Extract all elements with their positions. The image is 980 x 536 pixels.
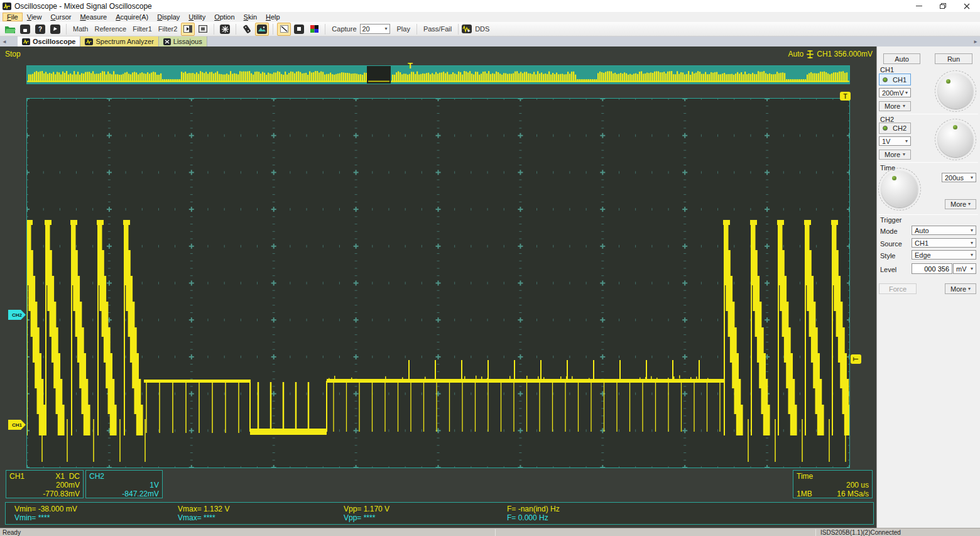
menu-acquire[interactable]: Acquire(A) — [111, 13, 153, 21]
app-icon — [3, 3, 11, 10]
menu-cursor[interactable]: Cursor — [46, 13, 75, 21]
capture-select[interactable]: 20▾ — [360, 24, 390, 34]
time-info-box: Time 200 us 1MB16 MSa/s — [793, 470, 873, 498]
ch2-scale-select[interactable]: 1V▾ — [879, 136, 911, 146]
menu-display[interactable]: Display — [153, 13, 184, 21]
scope-tab-icon — [85, 38, 93, 45]
nested-square-icon — [199, 25, 207, 33]
ch1-group-label: CH1 — [880, 66, 894, 74]
capture-label: Capture — [329, 25, 359, 33]
trigger-more-button[interactable]: More▾ — [945, 283, 976, 294]
ch1-more-button[interactable]: More▾ — [879, 101, 911, 111]
rgb-icon — [310, 25, 318, 33]
menu-file[interactable]: File — [3, 13, 23, 21]
trigger-mode-label: Mode — [880, 227, 898, 235]
menu-view[interactable]: View — [23, 13, 46, 21]
close-button[interactable] — [955, 0, 979, 12]
trigger-style-select[interactable]: Edge▾ — [912, 250, 976, 260]
trigger-level-unit-select[interactable]: mV▾ — [953, 263, 976, 274]
open-file-button[interactable] — [3, 23, 17, 36]
save-button[interactable] — [18, 23, 32, 36]
menu-utility[interactable]: Utility — [184, 13, 210, 21]
tab-scroll-right-icon[interactable]: ► — [971, 36, 980, 46]
ch1-enable-toggle[interactable]: CH1 — [879, 74, 911, 85]
tab-lissajous[interactable]: Lissajous — [159, 36, 207, 46]
tab-scroll-left-icon[interactable]: ◄ — [0, 36, 9, 46]
toolbar-filter2[interactable]: Filter2 — [155, 25, 181, 33]
toolbar-reference[interactable]: Reference — [91, 25, 129, 33]
dds-button[interactable]: DDS — [462, 25, 493, 33]
app-window: Oscilloscope - Mixed Signal Oscilloscope… — [0, 0, 980, 536]
fullscreen-button[interactable] — [196, 23, 210, 36]
ch2-enable-toggle[interactable]: CH2 — [879, 123, 911, 134]
scope-area: Stop Auto CH1 356.000mV T CH2 CH1 T T CH… — [0, 46, 876, 528]
trigger-level-label: Level — [880, 266, 896, 273]
trigger-style-label: Style — [880, 252, 895, 260]
auto-button[interactable]: Auto — [883, 53, 920, 64]
overview-canvas — [27, 66, 849, 84]
tab-bar: ◄ Oscilloscope Spectrum Analyzer Lissajo… — [0, 36, 980, 46]
trigger-position-marker[interactable]: T — [408, 62, 413, 70]
menu-help[interactable]: Help — [261, 13, 285, 21]
menu-bar: File View Cursor Measure Acquire(A) Disp… — [0, 12, 980, 22]
panel-toggle-button[interactable] — [181, 23, 195, 36]
play-button[interactable]: Play — [394, 25, 413, 33]
panel-toggle-icon — [183, 25, 192, 33]
ch1-position-knob[interactable] — [938, 74, 973, 109]
trigger-level-icon — [807, 50, 814, 58]
toolbar-math[interactable]: Math — [70, 25, 91, 33]
time-knob[interactable] — [881, 171, 918, 207]
toolbar-filter1[interactable]: Filter1 — [129, 25, 155, 33]
ch2-vmin: Vmin= **** — [14, 513, 50, 522]
trigger-mode-select[interactable]: Auto▾ — [912, 226, 976, 235]
minimize-button[interactable] — [907, 0, 931, 12]
ch2-led-icon — [883, 126, 888, 131]
waveform-overview-strip[interactable] — [26, 65, 850, 84]
device-icon — [242, 25, 252, 34]
line-draw-button[interactable] — [277, 23, 291, 36]
line-icon — [280, 25, 288, 33]
status-ready: Ready — [3, 529, 21, 536]
trigger-source-select[interactable]: CH1▾ — [912, 238, 976, 248]
ch1-vmin: Vmin= -38.000 mV — [14, 505, 77, 513]
ch1-position-marker[interactable]: CH1 — [8, 420, 26, 430]
status-bar: Ready ISDS205B(1.1)(2)Connected — [0, 528, 980, 536]
tool-button[interactable] — [48, 23, 62, 36]
title-bar: Oscilloscope - Mixed Signal Oscilloscope — [0, 0, 980, 12]
ch2-more-button[interactable]: More▾ — [879, 150, 911, 160]
menu-skin[interactable]: Skin — [239, 13, 261, 21]
color-button[interactable] — [307, 23, 321, 36]
screenshot-button[interactable] — [255, 23, 269, 36]
stop-draw-button[interactable] — [292, 23, 306, 36]
run-button[interactable]: Run — [935, 53, 972, 64]
trigger-level-input[interactable] — [912, 263, 952, 274]
window-title: Oscilloscope - Mixed Signal Oscilloscope — [14, 2, 152, 11]
restore-button[interactable] — [931, 0, 955, 12]
ch1-info-box: CH1X1 DC 200mV -770.83mV — [6, 470, 84, 498]
measurement-bar: Vmin= -38.000 mV Vmax= 1.132 V Vpp= 1.17… — [5, 502, 874, 525]
dds-icon — [462, 25, 472, 33]
menu-measure[interactable]: Measure — [75, 13, 111, 21]
ch1-led-icon — [883, 77, 888, 82]
tab-oscilloscope[interactable]: Oscilloscope — [18, 36, 80, 46]
help-icon: ? — [35, 25, 45, 34]
ch2-position-marker[interactable]: CH2 — [8, 310, 26, 320]
pointer-icon — [50, 25, 60, 34]
ch1-vmax: Vmax= 1.132 V — [178, 505, 229, 513]
trigger-time-marker[interactable]: T — [840, 92, 851, 101]
menu-option[interactable]: Option — [210, 13, 239, 21]
star-icon — [220, 25, 230, 34]
run-state-label: Stop — [5, 50, 21, 58]
device-button[interactable] — [240, 23, 254, 36]
ch1-scale-select[interactable]: 200mV▾ — [879, 88, 911, 97]
time-more-button[interactable]: More▾ — [945, 199, 976, 209]
timebase-select[interactable]: 200us▾ — [942, 173, 976, 182]
force-button: Force — [879, 283, 917, 294]
ch2-position-knob[interactable] — [938, 122, 973, 157]
tab-spectrum-analyzer[interactable]: Spectrum Analyzer — [80, 36, 158, 46]
help-button[interactable]: ? — [33, 23, 47, 36]
autoset-button[interactable] — [218, 23, 232, 36]
waveform-canvas — [27, 99, 849, 468]
passfail-button[interactable]: Pass/Fail — [420, 25, 455, 33]
trigger-level-marker[interactable]: T — [851, 354, 861, 364]
